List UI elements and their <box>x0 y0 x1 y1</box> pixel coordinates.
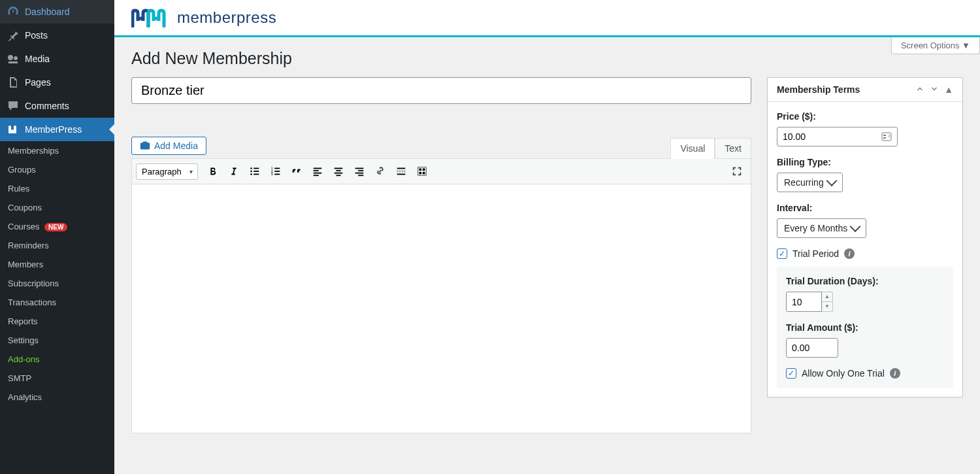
svg-rect-19 <box>336 175 340 176</box>
panel-up-icon[interactable] <box>915 84 924 95</box>
svg-rect-29 <box>423 169 425 171</box>
panel-collapse-icon[interactable]: ▲ <box>944 84 953 95</box>
tab-text[interactable]: Text <box>715 138 751 158</box>
dashboard-icon <box>7 5 20 18</box>
svg-rect-4 <box>253 171 259 172</box>
sidebar-sub-coupons[interactable]: Coupons <box>0 198 114 217</box>
sidebar-item-posts[interactable]: Posts <box>0 24 114 47</box>
memberpress-logo-icon <box>131 8 168 27</box>
link-button[interactable] <box>370 161 390 181</box>
interval-select[interactable]: Every 6 Months <box>777 218 866 238</box>
sidebar-sub-reports[interactable]: Reports <box>0 312 114 331</box>
tab-visual[interactable]: Visual <box>670 138 715 159</box>
add-media-button[interactable]: Add Media <box>131 137 206 155</box>
sidebar-item-pages[interactable]: Pages <box>0 71 114 94</box>
svg-point-0 <box>250 167 252 169</box>
panel-down-icon[interactable] <box>930 84 939 95</box>
screen-options-toggle[interactable]: Screen Options ▼ <box>891 37 980 54</box>
sidebar-sub-settings[interactable]: Settings <box>0 331 114 350</box>
svg-rect-17 <box>336 170 340 171</box>
svg-rect-11 <box>274 174 280 175</box>
readmore-button[interactable] <box>391 161 411 181</box>
svg-point-2 <box>250 173 252 175</box>
align-left-button[interactable] <box>308 161 327 181</box>
sidebar-sub-members[interactable]: Members <box>0 255 114 274</box>
info-icon[interactable]: i <box>844 248 855 259</box>
svg-rect-9 <box>274 168 280 169</box>
pages-icon <box>7 76 20 89</box>
svg-rect-3 <box>253 168 259 169</box>
bold-button[interactable] <box>203 161 223 181</box>
membership-title-input[interactable] <box>131 77 751 104</box>
main-area: memberpress Screen Options ▼ Add New Mem… <box>114 0 980 474</box>
editor-content[interactable] <box>132 184 751 433</box>
editor: Paragraph 123 <box>131 158 751 433</box>
svg-rect-12 <box>314 168 322 169</box>
membership-terms-panel: Membership Terms ▲ Price ($): <box>767 77 963 398</box>
brand-bar: memberpress <box>114 0 980 37</box>
sidebar-sub-courses[interactable]: Courses NEW <box>0 217 114 236</box>
numbered-list-button[interactable]: 123 <box>266 161 286 181</box>
billing-type-label: Billing Type: <box>777 157 953 167</box>
stepper-icon[interactable] <box>881 132 892 141</box>
sidebar-sub-smtp[interactable]: SMTP <box>0 369 114 388</box>
align-right-button[interactable] <box>350 161 369 181</box>
allow-one-trial-checkbox[interactable]: ✓ <box>786 368 796 379</box>
mp-icon <box>7 123 20 136</box>
svg-rect-18 <box>335 173 343 174</box>
sidebar-item-memberpress[interactable]: MemberPress <box>0 118 114 141</box>
svg-rect-10 <box>274 171 280 172</box>
comment-icon <box>7 99 20 112</box>
trial-duration-input[interactable] <box>786 292 822 312</box>
new-badge: NEW <box>44 223 67 231</box>
svg-text:3: 3 <box>271 172 273 176</box>
interval-label: Interval: <box>777 203 953 213</box>
sidebar-sub-add-ons[interactable]: Add-ons <box>0 350 114 369</box>
trial-amount-input[interactable] <box>786 338 838 358</box>
svg-point-1 <box>250 171 252 173</box>
sidebar-sub-groups[interactable]: Groups <box>0 160 114 179</box>
sidebar-item-dashboard[interactable]: Dashboard <box>0 0 114 24</box>
billing-type-select[interactable]: Recurring <box>777 173 843 192</box>
sidebar-item-media[interactable]: Media <box>0 47 114 71</box>
spinner-down[interactable]: ▼ <box>822 302 832 311</box>
admin-sidebar: DashboardPostsMediaPagesCommentsMemberPr… <box>0 0 114 474</box>
format-select[interactable]: Paragraph <box>136 163 198 180</box>
svg-rect-34 <box>883 137 886 139</box>
spinner-up[interactable]: ▲ <box>822 292 832 302</box>
camera-icon <box>140 141 150 151</box>
svg-rect-22 <box>355 173 364 174</box>
svg-rect-31 <box>423 172 425 175</box>
sidebar-sub-memberships[interactable]: Memberships <box>0 141 114 160</box>
align-center-button[interactable] <box>329 161 348 181</box>
svg-rect-25 <box>397 171 406 172</box>
price-input-wrap <box>777 127 898 146</box>
svg-rect-14 <box>314 173 322 174</box>
bullet-list-button[interactable] <box>245 161 265 181</box>
info-icon[interactable]: i <box>890 368 900 379</box>
fullscreen-button[interactable] <box>727 161 747 181</box>
svg-rect-13 <box>314 170 319 171</box>
sidebar-item-comments[interactable]: Comments <box>0 94 114 118</box>
price-input[interactable] <box>783 131 881 142</box>
trial-period-checkbox[interactable]: ✓ <box>777 248 787 259</box>
sidebar-sub-rules[interactable]: Rules <box>0 179 114 198</box>
sidebar-sub-subscriptions[interactable]: Subscriptions <box>0 274 114 293</box>
editor-tabs: Visual Text <box>131 138 751 158</box>
blockquote-button[interactable] <box>287 161 306 181</box>
toolbar-toggle-button[interactable] <box>412 161 432 181</box>
svg-rect-33 <box>883 135 886 136</box>
sidebar-sub-reminders[interactable]: Reminders <box>0 236 114 255</box>
svg-rect-5 <box>253 174 259 175</box>
editor-toolbar: Paragraph 123 <box>132 159 751 184</box>
svg-rect-24 <box>397 168 406 169</box>
panel-title: Membership Terms <box>777 84 860 95</box>
sidebar-sub-transactions[interactable]: Transactions <box>0 293 114 312</box>
number-spinner: ▲ ▼ <box>822 292 833 312</box>
sidebar-sub-analytics[interactable]: Analytics <box>0 388 114 407</box>
media-icon <box>7 52 20 65</box>
allow-one-trial-label: Allow Only One Trial <box>802 368 885 379</box>
italic-button[interactable] <box>224 161 244 181</box>
trial-duration-label: Trial Duration (Days): <box>786 276 944 286</box>
svg-rect-26 <box>397 174 406 175</box>
